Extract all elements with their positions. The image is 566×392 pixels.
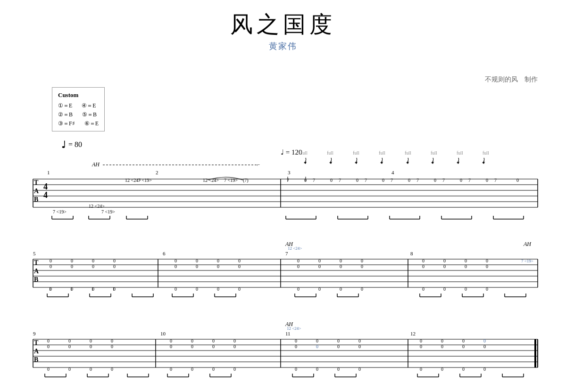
tab-a-3: A [34, 348, 39, 355]
r3-m12-n5: 0 [420, 344, 422, 349]
r2-m7-n8: 0 [361, 264, 363, 269]
r2-m6-n2: 0 [196, 258, 198, 263]
r3-m10-bot3: 0 [212, 367, 215, 372]
note-r1-7-19b: 7 <19> [101, 209, 115, 214]
r3-m10-n2: 0 [191, 338, 193, 343]
tab-t-3: T [34, 339, 39, 346]
full-3: full [353, 150, 359, 155]
note-r1-m4-7e: 7 [494, 178, 497, 183]
tab-a-2: A [34, 268, 39, 275]
artist-name: 黄家伟 [28, 41, 538, 52]
r2-m8-n5: 0 [422, 264, 424, 269]
r3-m11-n4: 0 [358, 338, 361, 343]
r3-m12-n2: 0 [441, 338, 443, 343]
r2-m5-n5: 0 [50, 264, 52, 269]
bend-arrow-5 [407, 158, 408, 163]
note-r1-m4-7c: 7 [442, 178, 445, 183]
r2-m8-n1: 0 [422, 258, 424, 263]
bend-arrow-7 [458, 158, 459, 163]
r2-m6-bot3: 0 [217, 286, 219, 292]
note-r1-m4-0d: 0 [460, 178, 462, 183]
tuning-string-2: ②＝B [58, 110, 73, 119]
r3-m9-bot3: 0 [90, 367, 92, 372]
note-r1-7-19: 7 <19> [53, 209, 67, 214]
r2-m8-bot1: 0 [422, 286, 424, 292]
ah-label-3: AH [523, 241, 532, 247]
r2-m7-n1: 0 [297, 258, 300, 263]
r3-m11-n7: 0 [337, 344, 340, 349]
note-r1-7-paren: (7) [243, 178, 249, 183]
note-r1-m3-7c: 7 [339, 178, 341, 183]
tuning-string-6: ⑥＝E [84, 119, 99, 128]
tab-b-2: B [34, 276, 38, 283]
full-6: full [431, 150, 437, 155]
tuning-row-1: ①＝E ④＝E [58, 101, 99, 110]
r2-m7-n4: 0 [361, 258, 363, 263]
r3-m9-n8: 0 [111, 344, 113, 349]
r3-m11-n5: 0 [295, 344, 297, 349]
r2-m8-bot2: 0 [443, 286, 446, 292]
r3-m9-bot4: 0 [111, 367, 113, 372]
r3-m12-n1: 0 [420, 338, 422, 343]
note-r1-12-24a: 12 <24> [89, 204, 105, 209]
r3-m9-n5: 0 [47, 344, 50, 349]
full-4: full [379, 150, 385, 155]
r3-ah-12-24: 12 <24> [287, 326, 301, 331]
r3-m11-n6-blue: 0 [316, 344, 318, 349]
r2-m8-n7: 0 [465, 264, 467, 269]
r3-m12-bot1: 0 [420, 367, 422, 372]
r3-m9-n4: 0 [111, 338, 113, 343]
tuning-string-4: ④＝E [82, 101, 96, 110]
tuning-string-1: ①＝E [58, 101, 72, 110]
r2-ah-12-24: 12 <24> [288, 246, 302, 251]
tuning-string-3: ③＝F♯ [58, 119, 75, 128]
r2-m6-n1: 0 [175, 258, 177, 263]
bend-arrow-2 [330, 158, 332, 163]
measure-num-7: 7 [285, 251, 288, 256]
r3-m10-n8: 0 [233, 344, 236, 349]
r2-m8-n6: 0 [443, 264, 446, 269]
r3-m10-n3: 0 [212, 338, 215, 343]
note-r1-m3-7b: 7 [313, 178, 315, 183]
r2-m8-bot4: 0 [486, 286, 488, 292]
r3-m10-n4: 0 [233, 338, 236, 343]
note-r1-12-24c: 12 <24> [203, 178, 219, 183]
r2-m5-n3: 0 [92, 258, 94, 263]
r3-m9-n1: 0 [47, 338, 50, 343]
song-title: 风之国度 [28, 9, 538, 40]
r2-m8-n2: 0 [443, 258, 446, 263]
tuning-string-5: ⑤＝B [82, 110, 97, 119]
full-7: full [457, 150, 463, 155]
measure-num-5: 5 [33, 251, 36, 256]
r3-m10-n6: 0 [191, 344, 193, 349]
full-1: full [301, 150, 308, 155]
ah-end-1: ⌐ [257, 162, 260, 167]
tuning-label: Custom [58, 90, 99, 100]
r3-m9-bot2: 0 [68, 367, 71, 372]
r3-m10-bot1: 0 [170, 367, 172, 372]
tuning-row-3: ③＝F♯ ⑥＝E [58, 119, 99, 128]
r2-m7-bot1: 0 [297, 286, 300, 292]
full-5: full [405, 150, 411, 155]
note-r1-m3-0c: 0 [356, 178, 358, 183]
r2-ah-7-19: 7 <19> [521, 259, 533, 263]
r3-m9-n3: 0 [90, 338, 92, 343]
r2-m6-bot2: 0 [196, 286, 198, 292]
measure-num-10: 10 [160, 331, 166, 336]
note-r1-m3-7d: 7 [365, 178, 367, 183]
r3-m11-n8: 0 [358, 344, 361, 349]
r3-m12-n4-blue: 0 [483, 338, 486, 343]
tab-t-1: T [34, 179, 39, 186]
r3-m11-n3: 0 [337, 338, 340, 343]
r2-m7-bot4: 0 [361, 286, 363, 292]
measure-num-11: 11 [285, 331, 291, 336]
r2-m7-bot3: 0 [340, 286, 342, 292]
r2-m7-n5: 0 [297, 264, 300, 269]
time-sig-bot-1: 4 [43, 190, 48, 200]
note-r1-m3-0b: 0 [330, 178, 333, 183]
note-r1-m4-7b: 7 [416, 178, 419, 183]
r3-m10-n5: 0 [170, 344, 172, 349]
note-r1-m4-7d: 7 [468, 178, 471, 183]
note-r1-m4-0a: 0 [382, 178, 384, 183]
measure-num-6: 6 [163, 251, 166, 256]
